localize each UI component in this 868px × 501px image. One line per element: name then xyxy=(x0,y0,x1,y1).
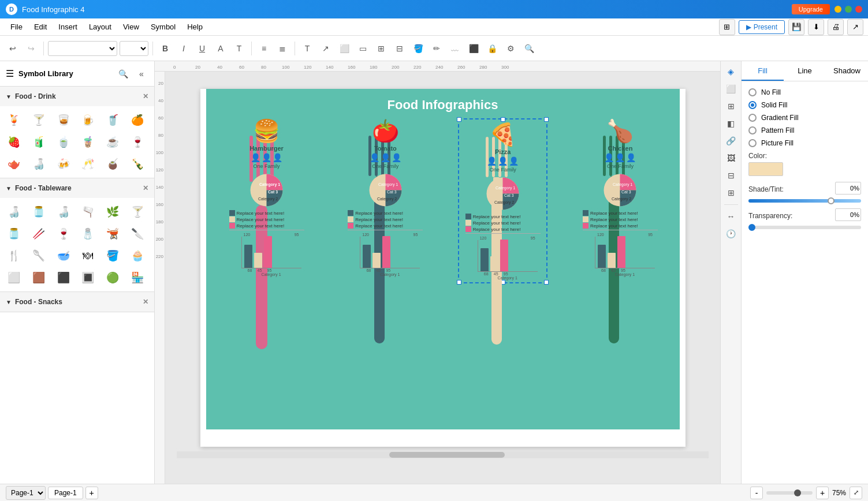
radio-none[interactable] xyxy=(748,88,757,96)
layers-panel-btn[interactable]: ◧ xyxy=(723,115,739,132)
symbol-item[interactable]: 🍻 xyxy=(53,154,74,174)
symbol-item[interactable]: 🍊 xyxy=(127,110,148,130)
canvas-hscroll-thumb[interactable] xyxy=(389,452,505,458)
page-dropdown[interactable]: Page-1 xyxy=(6,486,46,500)
section-close[interactable]: ✕ xyxy=(143,298,148,306)
food-drink-header[interactable]: ▼ Food - Drink ✕ xyxy=(0,87,154,106)
symbol-item[interactable]: 🥂 xyxy=(77,154,98,174)
symbol-item[interactable]: 🍵 xyxy=(53,132,74,152)
close-button[interactable] xyxy=(855,6,862,13)
shade-pct-input[interactable] xyxy=(835,182,861,195)
symbol-item[interactable]: 🍹 xyxy=(3,110,24,130)
symbol-item[interactable]: 🍓 xyxy=(3,132,24,152)
group-panel-btn[interactable]: ⊟ xyxy=(723,167,739,184)
selection-handle-tc[interactable] xyxy=(501,117,505,122)
fill-option-picture[interactable]: Picture Fill xyxy=(748,139,861,147)
share-btn[interactable]: ↗ xyxy=(847,19,863,35)
maximize-button[interactable] xyxy=(845,6,852,13)
font-size-select[interactable] xyxy=(120,41,148,56)
symbol-item[interactable]: 🔪 xyxy=(127,223,148,244)
symbol-item[interactable]: 🍺 xyxy=(77,110,98,130)
symbol-item[interactable]: 🪣 xyxy=(102,245,123,266)
fit-page-btn[interactable]: ⤢ xyxy=(850,487,862,499)
symbol-item[interactable]: 🍶 xyxy=(28,154,49,174)
pen-btn[interactable]: ✏ xyxy=(429,40,445,57)
connector-button[interactable]: ↗ xyxy=(318,40,334,57)
food-col-hamburger[interactable]: 🍔 Hamburger 👤 👤 👤 One Family xyxy=(221,118,313,276)
search-library-btn[interactable]: 🔍 xyxy=(116,67,130,81)
fill-option-solid[interactable]: Solid Fill xyxy=(748,101,861,109)
minimize-button[interactable] xyxy=(835,6,841,13)
symbol-item[interactable]: 🍸 xyxy=(28,110,49,130)
zoom-plus-btn[interactable]: + xyxy=(816,487,829,499)
fill-btn[interactable]: 🪣 xyxy=(410,40,426,57)
selection-handle-tr[interactable] xyxy=(544,117,549,122)
image-panel-btn[interactable]: 🖼 xyxy=(723,150,739,166)
food-tableware-header[interactable]: ▼ Food - Tableware ✕ xyxy=(0,178,154,198)
save-btn[interactable]: 💾 xyxy=(788,19,804,35)
shade-slider[interactable] xyxy=(748,199,861,203)
symbol-item[interactable]: 🧉 xyxy=(102,154,123,174)
tab-shadow[interactable]: Shadow xyxy=(826,61,868,81)
section-close[interactable]: ✕ xyxy=(143,92,148,100)
history-panel-btn[interactable]: 🕐 xyxy=(723,226,739,242)
underline-button[interactable]: U xyxy=(194,40,210,57)
symbol-item[interactable]: ☕ xyxy=(102,132,123,152)
fill-option-none[interactable]: No Fill xyxy=(748,88,861,96)
print-btn[interactable]: 🖨 xyxy=(828,19,844,35)
symbol-item[interactable]: 🍶 xyxy=(53,201,74,222)
menu-edit[interactable]: Edit xyxy=(28,20,53,33)
bold-button[interactable]: B xyxy=(157,40,173,57)
symbol-item[interactable]: 🥄 xyxy=(28,245,49,266)
shape2-button[interactable]: ▭ xyxy=(355,40,371,57)
radio-solid[interactable] xyxy=(748,101,757,109)
menu-layout[interactable]: Layout xyxy=(83,20,117,33)
undo-button[interactable]: ↩ xyxy=(5,40,21,57)
align-more-button[interactable]: ≣ xyxy=(274,40,290,57)
italic-button[interactable]: I xyxy=(176,40,192,57)
link-panel-btn[interactable]: 🔗 xyxy=(723,133,739,149)
symbol-item[interactable]: 🟫 xyxy=(28,267,49,288)
canvas-scroll[interactable]: Food Infographics xyxy=(165,72,720,484)
section-close[interactable]: ✕ xyxy=(143,184,148,192)
upgrade-button[interactable]: Upgrade xyxy=(792,4,830,14)
radio-gradient[interactable] xyxy=(748,114,757,122)
symbol-item[interactable]: 🧋 xyxy=(77,132,98,152)
symbol-item[interactable]: 🍸 xyxy=(127,201,148,222)
symbol-item[interactable]: 🫖 xyxy=(3,154,24,174)
color-swatch[interactable] xyxy=(748,162,783,176)
text-box-button[interactable]: T xyxy=(299,40,315,57)
symbol-item[interactable]: ⬜ xyxy=(3,267,24,288)
tab-line[interactable]: Line xyxy=(784,61,826,81)
menu-view[interactable]: View xyxy=(117,20,145,33)
tab-fill[interactable]: Fill xyxy=(742,61,784,81)
symbol-item[interactable]: 🏪 xyxy=(127,267,148,288)
symbol-item[interactable]: 🥤 xyxy=(102,110,123,130)
symbol-item[interactable]: ⬛ xyxy=(53,267,74,288)
symbol-item[interactable]: 🧃 xyxy=(28,132,49,152)
selection-handle-bl[interactable] xyxy=(457,280,461,285)
selection-handle-br[interactable] xyxy=(544,280,549,285)
symbol-item[interactable]: 🫙 xyxy=(3,223,24,244)
food-col-tomato[interactable]: 🍅 Tomato 👤 👤 👤 One Family xyxy=(341,118,430,276)
align-panel-btn[interactable]: ⊞ xyxy=(723,185,739,201)
sidebar-menu-icon[interactable]: ☰ xyxy=(6,68,14,79)
food-snacks-header[interactable]: ▼ Food - Snacks ✕ xyxy=(0,292,154,312)
font-family-select[interactable] xyxy=(48,41,117,56)
transform-panel-btn[interactable]: ↔ xyxy=(723,208,739,225)
page-layout-btn[interactable]: ⊞ xyxy=(719,19,735,35)
food-col-chicken[interactable]: 🍗 Chicken 👤 👤 👤 One Family xyxy=(575,118,665,276)
settings-btn[interactable]: ⚙ xyxy=(502,40,519,57)
symbol-item[interactable]: 🧂 xyxy=(77,223,98,244)
font-color-button[interactable]: A xyxy=(213,40,229,57)
symbol-item[interactable]: 🍾 xyxy=(127,154,148,174)
text-style-button[interactable]: T xyxy=(231,40,247,57)
collapse-sidebar-btn[interactable]: « xyxy=(135,67,148,81)
align-button[interactable]: ≡ xyxy=(256,40,272,57)
symbol-item[interactable]: 🫙 xyxy=(28,201,49,222)
canvas[interactable]: Food Infographics xyxy=(200,89,686,447)
transparency-slider[interactable] xyxy=(748,226,861,229)
symbol-item[interactable]: 🥢 xyxy=(28,223,49,244)
fill-panel-btn[interactable]: ◈ xyxy=(723,63,739,80)
symbol-item[interactable]: 🍽 xyxy=(77,245,98,266)
